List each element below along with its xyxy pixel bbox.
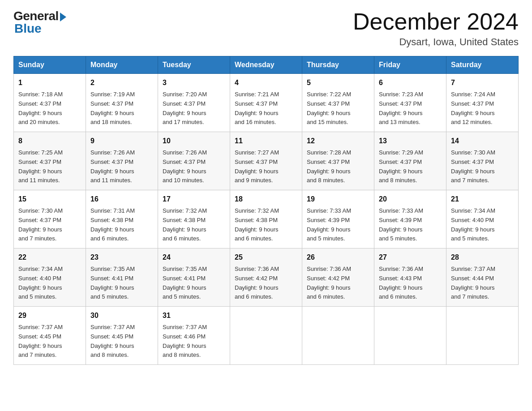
day-info: Sunrise: 7:37 AMSunset: 4:45 PMDaylight:… <box>90 323 153 360</box>
calendar-body: 1Sunrise: 7:18 AMSunset: 4:37 PMDaylight… <box>14 74 519 365</box>
calendar-cell: 14Sunrise: 7:30 AMSunset: 4:37 PMDayligh… <box>446 132 519 190</box>
day-info: Sunrise: 7:35 AMSunset: 4:41 PMDaylight:… <box>163 265 225 302</box>
day-info: Sunrise: 7:28 AMSunset: 4:37 PMDaylight:… <box>307 148 369 185</box>
day-info: Sunrise: 7:19 AMSunset: 4:37 PMDaylight:… <box>90 90 153 127</box>
calendar-week-row: 29Sunrise: 7:37 AMSunset: 4:45 PMDayligh… <box>14 307 519 365</box>
calendar-cell: 11Sunrise: 7:27 AMSunset: 4:37 PMDayligh… <box>230 132 302 190</box>
day-info: Sunrise: 7:23 AMSunset: 4:37 PMDaylight:… <box>379 90 442 127</box>
day-number: 20 <box>379 194 442 205</box>
day-info: Sunrise: 7:32 AMSunset: 4:38 PMDaylight:… <box>163 206 225 244</box>
day-number: 25 <box>235 252 297 263</box>
header-row: SundayMondayTuesdayWednesdayThursdayFrid… <box>14 56 519 74</box>
day-number: 26 <box>307 252 369 263</box>
day-number: 21 <box>451 194 514 205</box>
calendar-cell: 29Sunrise: 7:37 AMSunset: 4:45 PMDayligh… <box>14 307 86 365</box>
calendar-cell: 25Sunrise: 7:36 AMSunset: 4:42 PMDayligh… <box>230 248 302 307</box>
calendar-cell: 26Sunrise: 7:36 AMSunset: 4:42 PMDayligh… <box>302 248 374 307</box>
day-number: 16 <box>90 194 153 205</box>
calendar-cell: 28Sunrise: 7:37 AMSunset: 4:44 PMDayligh… <box>446 248 519 307</box>
calendar-cell: 30Sunrise: 7:37 AMSunset: 4:45 PMDayligh… <box>86 307 158 365</box>
header-day-friday: Friday <box>374 56 446 74</box>
day-number: 18 <box>235 194 297 205</box>
calendar-cell: 22Sunrise: 7:34 AMSunset: 4:40 PMDayligh… <box>14 248 86 307</box>
day-info: Sunrise: 7:25 AMSunset: 4:37 PMDaylight:… <box>18 148 81 185</box>
day-number: 4 <box>235 77 297 89</box>
calendar-cell: 24Sunrise: 7:35 AMSunset: 4:41 PMDayligh… <box>158 248 230 307</box>
calendar-cell: 6Sunrise: 7:23 AMSunset: 4:37 PMDaylight… <box>374 74 446 132</box>
calendar-cell <box>302 307 374 365</box>
calendar-cell: 2Sunrise: 7:19 AMSunset: 4:37 PMDaylight… <box>86 74 158 132</box>
logo-arrow-icon <box>60 13 66 21</box>
day-info: Sunrise: 7:22 AMSunset: 4:37 PMDaylight:… <box>307 90 369 127</box>
day-number: 23 <box>90 252 153 263</box>
calendar-cell: 5Sunrise: 7:22 AMSunset: 4:37 PMDaylight… <box>302 74 374 132</box>
day-info: Sunrise: 7:31 AMSunset: 4:38 PMDaylight:… <box>90 206 153 244</box>
calendar-cell <box>446 307 519 365</box>
day-info: Sunrise: 7:29 AMSunset: 4:37 PMDaylight:… <box>379 148 442 185</box>
day-info: Sunrise: 7:24 AMSunset: 4:37 PMDaylight:… <box>451 90 514 127</box>
calendar-cell: 16Sunrise: 7:31 AMSunset: 4:38 PMDayligh… <box>86 190 158 248</box>
day-number: 24 <box>163 252 225 263</box>
logo: General Blue <box>13 9 66 36</box>
logo-blue-text: Blue <box>14 21 42 36</box>
day-info: Sunrise: 7:18 AMSunset: 4:37 PMDaylight:… <box>18 90 81 127</box>
day-info: Sunrise: 7:26 AMSunset: 4:37 PMDaylight:… <box>163 148 225 185</box>
calendar-cell: 1Sunrise: 7:18 AMSunset: 4:37 PMDaylight… <box>14 74 86 132</box>
calendar-cell: 15Sunrise: 7:30 AMSunset: 4:37 PMDayligh… <box>14 190 86 248</box>
calendar-cell: 3Sunrise: 7:20 AMSunset: 4:37 PMDaylight… <box>158 74 230 132</box>
header-day-saturday: Saturday <box>446 56 519 74</box>
day-info: Sunrise: 7:20 AMSunset: 4:37 PMDaylight:… <box>163 90 225 127</box>
day-number: 15 <box>18 194 81 205</box>
day-info: Sunrise: 7:33 AMSunset: 4:39 PMDaylight:… <box>379 206 442 244</box>
day-number: 13 <box>379 136 442 147</box>
day-info: Sunrise: 7:36 AMSunset: 4:42 PMDaylight:… <box>307 265 369 302</box>
day-info: Sunrise: 7:34 AMSunset: 4:40 PMDaylight:… <box>18 265 81 302</box>
calendar-cell: 21Sunrise: 7:34 AMSunset: 4:40 PMDayligh… <box>446 190 519 248</box>
day-number: 11 <box>235 136 297 147</box>
day-info: Sunrise: 7:37 AMSunset: 4:44 PMDaylight:… <box>451 265 514 302</box>
day-number: 1 <box>18 77 81 89</box>
day-info: Sunrise: 7:37 AMSunset: 4:46 PMDaylight:… <box>163 323 225 360</box>
day-info: Sunrise: 7:36 AMSunset: 4:42 PMDaylight:… <box>235 265 297 302</box>
day-info: Sunrise: 7:26 AMSunset: 4:37 PMDaylight:… <box>90 148 153 185</box>
header-day-thursday: Thursday <box>302 56 374 74</box>
calendar-table: SundayMondayTuesdayWednesdayThursdayFrid… <box>13 56 519 365</box>
day-info: Sunrise: 7:21 AMSunset: 4:37 PMDaylight:… <box>235 90 297 127</box>
day-info: Sunrise: 7:27 AMSunset: 4:37 PMDaylight:… <box>235 148 297 185</box>
day-number: 31 <box>163 310 225 321</box>
calendar-cell: 27Sunrise: 7:36 AMSunset: 4:43 PMDayligh… <box>374 248 446 307</box>
day-number: 8 <box>18 136 81 147</box>
title-block: December 2024 Dysart, Iowa, United State… <box>353 9 519 48</box>
calendar-cell: 9Sunrise: 7:26 AMSunset: 4:37 PMDaylight… <box>86 132 158 190</box>
calendar-cell: 18Sunrise: 7:32 AMSunset: 4:38 PMDayligh… <box>230 190 302 248</box>
calendar-week-row: 22Sunrise: 7:34 AMSunset: 4:40 PMDayligh… <box>14 248 519 307</box>
header-day-monday: Monday <box>86 56 158 74</box>
day-info: Sunrise: 7:32 AMSunset: 4:38 PMDaylight:… <box>235 206 297 244</box>
day-number: 22 <box>18 252 81 263</box>
day-info: Sunrise: 7:30 AMSunset: 4:37 PMDaylight:… <box>18 206 81 244</box>
day-number: 9 <box>90 136 153 147</box>
day-number: 30 <box>90 310 153 321</box>
day-number: 14 <box>451 136 514 147</box>
calendar-cell: 12Sunrise: 7:28 AMSunset: 4:37 PMDayligh… <box>302 132 374 190</box>
calendar-header: SundayMondayTuesdayWednesdayThursdayFrid… <box>14 56 519 74</box>
day-number: 19 <box>307 194 369 205</box>
calendar-cell: 31Sunrise: 7:37 AMSunset: 4:46 PMDayligh… <box>158 307 230 365</box>
day-number: 3 <box>163 77 225 89</box>
day-number: 10 <box>163 136 225 147</box>
day-number: 17 <box>163 194 225 205</box>
header-day-tuesday: Tuesday <box>158 56 230 74</box>
calendar-week-row: 1Sunrise: 7:18 AMSunset: 4:37 PMDaylight… <box>14 74 519 132</box>
header-day-sunday: Sunday <box>14 56 86 74</box>
day-number: 6 <box>379 77 442 89</box>
calendar-cell: 10Sunrise: 7:26 AMSunset: 4:37 PMDayligh… <box>158 132 230 190</box>
day-info: Sunrise: 7:33 AMSunset: 4:39 PMDaylight:… <box>307 206 369 244</box>
calendar-week-row: 8Sunrise: 7:25 AMSunset: 4:37 PMDaylight… <box>14 132 519 190</box>
day-number: 2 <box>90 77 153 89</box>
day-info: Sunrise: 7:30 AMSunset: 4:37 PMDaylight:… <box>451 148 514 185</box>
day-number: 28 <box>451 252 514 263</box>
day-number: 12 <box>307 136 369 147</box>
calendar-cell <box>374 307 446 365</box>
calendar-cell <box>230 307 302 365</box>
calendar-cell: 4Sunrise: 7:21 AMSunset: 4:37 PMDaylight… <box>230 74 302 132</box>
